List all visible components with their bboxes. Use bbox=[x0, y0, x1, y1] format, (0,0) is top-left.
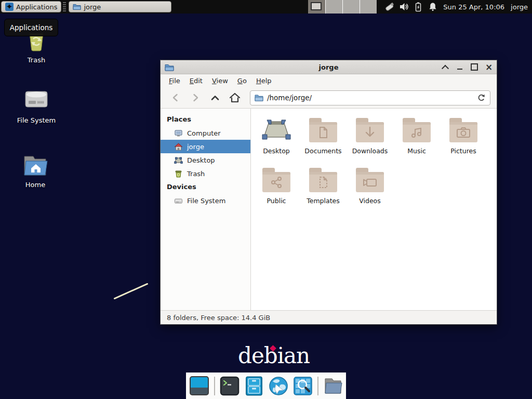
sidebar-item-jorge[interactable]: jorge bbox=[161, 140, 250, 153]
terminal-icon bbox=[220, 376, 240, 396]
home-folder-icon bbox=[22, 154, 49, 178]
back-button[interactable] bbox=[167, 90, 184, 105]
path-input[interactable]: /home/jorge/ bbox=[267, 94, 473, 102]
system-tray bbox=[384, 2, 438, 12]
folder-icon-documents bbox=[309, 118, 337, 142]
folder-icon-downloads bbox=[356, 118, 384, 142]
dock-separator bbox=[214, 377, 215, 395]
file-item-videos[interactable]: Videos bbox=[347, 167, 393, 217]
menu-go[interactable]: Go bbox=[233, 75, 251, 86]
sidebar-item-label: Trash bbox=[187, 170, 205, 178]
hard-drive-icon bbox=[23, 87, 50, 113]
sidebar-item-label: jorge bbox=[187, 143, 204, 151]
globe-browser-icon bbox=[269, 376, 288, 396]
desktop-icon-label: File System bbox=[17, 116, 56, 124]
applications-logo-icon: ✦ bbox=[5, 3, 14, 11]
show-desktop-icon bbox=[190, 376, 209, 395]
dock-separator bbox=[317, 377, 318, 395]
desktop-icon-file-system[interactable]: File System bbox=[11, 87, 61, 124]
panel-username[interactable]: jorge bbox=[511, 3, 528, 11]
desktop-icon-label: Trash bbox=[28, 56, 45, 64]
file-manager-launcher[interactable] bbox=[244, 376, 264, 396]
status-bar: 8 folders, Free space: 14.4 GiB bbox=[161, 310, 497, 324]
window-titlebar[interactable]: jorge × bbox=[161, 60, 497, 74]
sidebar-item-label: Computer bbox=[187, 129, 221, 137]
web-browser-launcher[interactable] bbox=[269, 376, 288, 396]
folder-icon-public bbox=[262, 168, 290, 192]
taskbar-button-jorge[interactable]: jorge bbox=[69, 1, 171, 12]
hard-drive-icon bbox=[174, 196, 183, 205]
workspace-3[interactable] bbox=[342, 0, 360, 14]
applications-tooltip: Applications bbox=[4, 19, 58, 36]
workspace-2[interactable] bbox=[325, 0, 342, 14]
bottom-dock bbox=[186, 373, 346, 399]
menu-edit[interactable]: Edit bbox=[185, 75, 207, 86]
folder-icon-music bbox=[403, 118, 431, 142]
application-finder-launcher[interactable] bbox=[293, 376, 313, 396]
close-button[interactable]: × bbox=[485, 63, 493, 71]
file-item-documents[interactable]: Documents bbox=[300, 117, 347, 167]
workspace-1[interactable] bbox=[308, 0, 325, 14]
input-device-tray-icon[interactable] bbox=[384, 2, 394, 12]
menu-view[interactable]: View bbox=[207, 75, 233, 86]
file-item-templates[interactable]: Templates bbox=[300, 167, 347, 217]
panel-clock[interactable]: Sun 25 Apr, 10:06 bbox=[443, 3, 504, 11]
debian-logo: debian bbox=[238, 343, 310, 368]
reload-icon[interactable] bbox=[477, 94, 486, 102]
desktop-icon bbox=[174, 156, 183, 165]
computer-icon bbox=[174, 129, 183, 138]
battery-tray-icon[interactable] bbox=[413, 2, 423, 12]
workspace-window-preview bbox=[311, 2, 322, 10]
notifications-bell-tray-icon[interactable] bbox=[428, 2, 438, 12]
taskbar-button-label: jorge bbox=[84, 3, 101, 11]
file-manager-window: jorge × File Edit View Go Help bbox=[160, 60, 497, 325]
file-grid: Desktop Documents Downloads bbox=[251, 109, 497, 310]
home-icon bbox=[174, 142, 183, 151]
sidebar-item-file-system[interactable]: File System bbox=[161, 194, 250, 207]
file-item-public[interactable]: Public bbox=[253, 167, 300, 217]
folder-icon-pictures bbox=[449, 118, 477, 142]
up-button[interactable] bbox=[206, 90, 224, 105]
sidebar-item-desktop[interactable]: Desktop bbox=[161, 153, 250, 167]
file-item-label: Videos bbox=[359, 197, 381, 205]
minimize-button[interactable] bbox=[456, 63, 463, 71]
file-item-pictures[interactable]: Pictures bbox=[440, 117, 487, 167]
forward-button[interactable] bbox=[187, 90, 204, 105]
sidebar-item-label: Desktop bbox=[187, 156, 215, 164]
applications-menu-button[interactable]: ✦ Applications bbox=[1, 1, 61, 12]
menu-help[interactable]: Help bbox=[251, 75, 276, 86]
path-folder-icon bbox=[255, 94, 263, 101]
desktop-screen: ✦ Applications jorge bbox=[0, 0, 532, 399]
file-item-desktop[interactable]: Desktop bbox=[253, 117, 300, 167]
sidebar-item-computer[interactable]: Computer bbox=[161, 126, 250, 140]
show-desktop-launcher[interactable] bbox=[190, 376, 209, 396]
file-item-downloads[interactable]: Downloads bbox=[347, 117, 393, 167]
toolbar: /home/jorge/ bbox=[161, 87, 497, 109]
maximize-button[interactable] bbox=[471, 63, 478, 71]
location-bar[interactable]: /home/jorge/ bbox=[250, 90, 490, 105]
folder-launcher[interactable] bbox=[323, 376, 343, 396]
desktop-icon-label: Home bbox=[25, 181, 45, 189]
file-item-label: Desktop bbox=[263, 147, 290, 155]
desktop-icon-home[interactable]: Home bbox=[10, 154, 60, 189]
file-item-label: Downloads bbox=[352, 147, 388, 155]
folder-icon bbox=[73, 3, 81, 10]
file-item-label: Templates bbox=[307, 197, 340, 205]
menu-file[interactable]: File bbox=[164, 75, 185, 86]
wallpaper-streak bbox=[114, 283, 149, 299]
workspace-4[interactable] bbox=[360, 0, 377, 14]
sidebar-item-trash[interactable]: Trash bbox=[161, 167, 250, 180]
shade-window-button[interactable] bbox=[442, 63, 449, 71]
app-finder-icon bbox=[293, 376, 313, 396]
workspace-switcher[interactable] bbox=[308, 0, 377, 14]
trash-icon bbox=[174, 169, 183, 178]
desktop-special-icon bbox=[262, 117, 291, 142]
home-button[interactable] bbox=[226, 90, 244, 105]
applications-menu-label: Applications bbox=[16, 3, 57, 11]
terminal-launcher[interactable] bbox=[220, 376, 240, 396]
folder-icon-videos bbox=[356, 168, 384, 192]
volume-tray-icon[interactable] bbox=[398, 2, 409, 12]
panel-handle[interactable] bbox=[63, 2, 66, 11]
file-item-music[interactable]: Music bbox=[393, 117, 440, 167]
file-item-label: Documents bbox=[304, 147, 341, 155]
